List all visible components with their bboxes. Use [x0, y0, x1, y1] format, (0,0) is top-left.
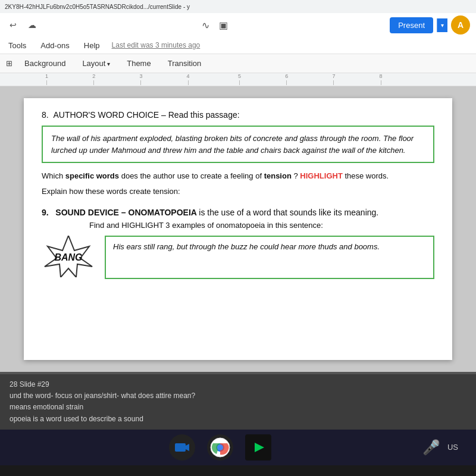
top-left-icons: ↩ ☁: [6, 18, 39, 32]
instruction-text: Which specific words does the author use…: [42, 170, 434, 182]
taskbar-chrome-icon[interactable]: [207, 434, 233, 461]
note-line-2: und the word- focus on jeans/shirt- what…: [10, 390, 466, 402]
cloud-icon[interactable]: ☁: [25, 18, 39, 32]
inst-mid: does the author use to create a feeling …: [121, 171, 264, 180]
note-line-3: means emotional strain: [10, 402, 466, 413]
q8-number: 8.: [42, 110, 49, 120]
secondary-toolbar: ⊞ Background Layout Theme Transition: [0, 54, 476, 73]
taskbar-center: [169, 434, 271, 461]
note-line-4: opoeia is a word used to describe a soun…: [10, 414, 466, 425]
q9-sentence-box: His ears still rang, but through the buz…: [105, 236, 434, 279]
q9-term: ONOMATOPOEIA: [129, 208, 197, 217]
layout-button[interactable]: Layout: [77, 58, 115, 69]
bang-starburst: BANG: [42, 236, 95, 277]
svg-point-6: [217, 444, 223, 450]
undo-icon[interactable]: ↩: [6, 18, 20, 32]
last-edit-text: Last edit was 3 minutes ago: [112, 41, 201, 49]
slides-header: ↩ ☁ ∿ ▣ Present ▾ A Tools Add-ons Help L…: [0, 13, 476, 54]
notes-area: 28 Slide #29 und the word- focus on jean…: [0, 374, 476, 430]
q9-header-line: 9. SOUND DEVICE – ONOMATOPOEIA is the us…: [42, 208, 434, 217]
note-line-1: 28 Slide #29: [10, 379, 466, 390]
inst-highlight: HIGHLIGHT: [300, 171, 343, 180]
q8-dash: –: [161, 110, 166, 120]
trending-icon: ∿: [202, 20, 209, 31]
slides-icon: ▣: [219, 20, 228, 31]
present-label: Present: [398, 21, 425, 30]
background-button[interactable]: Background: [20, 58, 70, 69]
passage-text: The wall of his apartment exploded, blas…: [51, 133, 425, 156]
present-dropdown-button[interactable]: ▾: [437, 18, 447, 32]
top-center-area: ∿ ▣: [202, 20, 228, 31]
q9-definition: is the use of a word that sounds like it…: [199, 208, 378, 217]
inst-mid2: ?: [293, 171, 300, 180]
mic-icon[interactable]: 🎤: [422, 439, 440, 456]
user-avatar[interactable]: A: [451, 15, 470, 35]
transition-button[interactable]: Transition: [163, 58, 206, 69]
q9-title: SOUND DEVICE: [55, 208, 119, 217]
taskbar-right: 🎤 US: [422, 439, 458, 456]
slides-top-bar: ↩ ☁ ∿ ▣ Present ▾ A: [0, 13, 476, 37]
svg-text:BANG: BANG: [54, 252, 82, 262]
inst-pre: Which: [42, 171, 65, 180]
us-label: US: [447, 443, 458, 452]
slide-canvas: 8. AUTHOR'S WORD CHOICE – Read this pass…: [24, 98, 452, 360]
tools-menu[interactable]: Tools: [6, 40, 29, 51]
svg-marker-3: [186, 444, 189, 451]
top-right-area: Present ▾ A: [390, 15, 470, 35]
addons-menu[interactable]: Add-ons: [38, 40, 71, 51]
inst-post: these words.: [345, 171, 389, 180]
camera-svg: [174, 439, 190, 456]
question-8-header: 8. AUTHOR'S WORD CHOICE – Read this pass…: [42, 110, 434, 120]
inst-bold1: specific words: [65, 171, 119, 180]
taskbar-video-icon[interactable]: [169, 434, 195, 461]
svg-marker-7: [255, 443, 264, 452]
ruler-marks: 1 2 3 4 5 6 7 8: [24, 73, 452, 86]
menu-bar: Tools Add-ons Help Last edit was 3 minut…: [0, 37, 476, 54]
q9-number: 9.: [42, 208, 49, 217]
explain-text: Explain how these words create tension:: [42, 187, 434, 196]
question-9-header: 9. SOUND DEVICE – ONOMATOPOEIA is the us…: [42, 208, 434, 230]
taskbar-play-icon[interactable]: [245, 434, 271, 461]
url-bar: 2KY8H-42hHJLFu6bnv2c0H5o5TASRNASDRcikdod…: [0, 0, 476, 13]
passage-box: The wall of his apartment exploded, blas…: [42, 126, 434, 163]
q8-title: AUTHOR'S WORD CHOICE: [53, 110, 159, 120]
theme-button[interactable]: Theme: [122, 58, 155, 69]
q9-container: BANG His ears still rang, but through th…: [42, 236, 434, 279]
help-menu[interactable]: Help: [82, 40, 102, 51]
slide-area: 8. AUTHOR'S WORD CHOICE – Read this pass…: [0, 86, 476, 372]
taskbar: 🎤 US: [0, 430, 476, 465]
q8-intro: Read this passage:: [168, 110, 240, 120]
q9-sub-instruction: Find and HIGHLIGHT 3 examples of onomato…: [42, 221, 434, 230]
ruler: 1 2 3 4 5 6 7 8: [0, 73, 476, 86]
q9-dash: –: [121, 208, 129, 217]
chrome-svg: [209, 437, 231, 458]
svg-rect-2: [175, 443, 186, 452]
play-svg: [249, 438, 268, 457]
slide-icon: ⊞: [6, 59, 12, 68]
q9-sentence: His ears still rang, but through the buz…: [113, 242, 380, 251]
bang-image-wrapper: BANG: [42, 236, 95, 279]
url-text: 2KY8H-42hHJLFu6bnv2c0H5o5TASRNASDRcikdod…: [5, 4, 190, 10]
inst-bold2: tension: [264, 171, 292, 180]
present-button[interactable]: Present: [390, 17, 433, 33]
